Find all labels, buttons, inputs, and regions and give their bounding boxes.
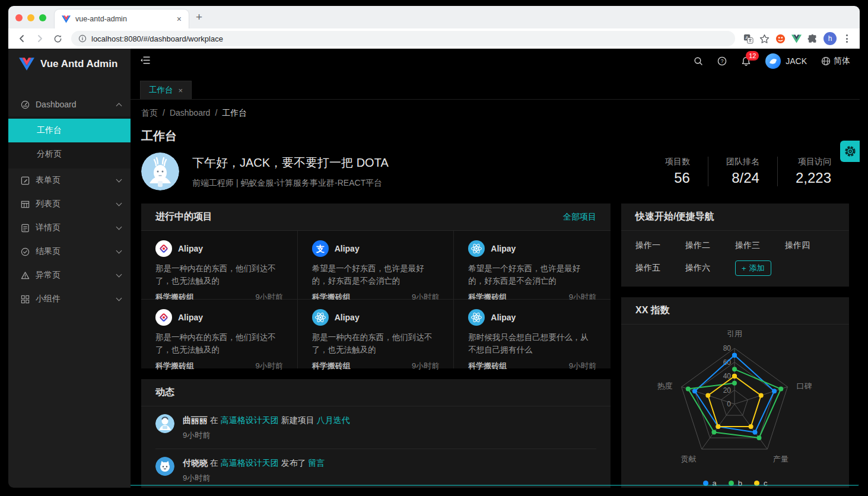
activity-group-link[interactable]: 高逼格设计天团 bbox=[221, 415, 279, 425]
browser-tab[interactable]: vue-antd-admin × bbox=[55, 9, 189, 28]
dashboard-icon bbox=[20, 100, 30, 109]
sidebar-item-list[interactable]: 列表页 bbox=[8, 192, 131, 216]
quicknav-links: 操作一 操作二 操作三 操作四 操作五 操作六 + 添加 bbox=[621, 231, 849, 287]
help-icon[interactable]: ? bbox=[717, 56, 727, 66]
url-text: localhost:8080/#/dashboard/workplace bbox=[91, 34, 223, 43]
quicknav-link-4[interactable]: 操作四 bbox=[785, 240, 835, 251]
user-name: JACK bbox=[786, 56, 807, 66]
chevron-down-icon bbox=[116, 248, 122, 254]
plus-icon: + bbox=[742, 264, 746, 273]
minimize-window-button[interactable] bbox=[27, 14, 34, 21]
notification-bell-icon[interactable]: 12 bbox=[741, 56, 751, 66]
globe-icon bbox=[821, 56, 831, 66]
svg-text:引用: 引用 bbox=[727, 329, 742, 338]
tab-close-icon[interactable]: × bbox=[174, 14, 184, 24]
activity-user-avatar bbox=[155, 457, 174, 476]
projects-grid: Alipay 那是一种内在的东西，他们到达不了，也无法触及的 科学搬砖组9小时前… bbox=[141, 231, 611, 368]
user-avatar bbox=[765, 53, 781, 69]
sidebar-item-widgets[interactable]: 小组件 bbox=[8, 287, 131, 311]
activity-user[interactable]: 付晓晓 bbox=[183, 458, 208, 468]
quicknav-link-1[interactable]: 操作一 bbox=[635, 240, 685, 251]
quicknav-link-6[interactable]: 操作六 bbox=[685, 263, 735, 274]
project-card[interactable]: Alipay 希望是一个好东西，也许是最好的，好东西是不会消亡的 科学搬砖组9小… bbox=[454, 231, 611, 300]
new-tab-button[interactable]: + bbox=[189, 11, 209, 28]
project-card[interactable]: Alipay 那是一种内在的东西，他们到达不了，也无法触及的 科学搬砖组9小时前 bbox=[298, 300, 454, 368]
menu-fold-icon[interactable] bbox=[140, 56, 150, 67]
chevron-up-icon bbox=[116, 103, 122, 109]
legend-item[interactable]: b bbox=[729, 479, 742, 488]
legend-item[interactable]: c bbox=[754, 479, 768, 488]
vue-devtools-icon[interactable] bbox=[791, 34, 802, 43]
macos-traffic-lights[interactable] bbox=[8, 14, 55, 28]
reload-button[interactable] bbox=[50, 31, 65, 46]
bookmark-star-icon[interactable] bbox=[759, 34, 770, 44]
activity-target-link[interactable]: 留言 bbox=[309, 458, 325, 468]
project-group-link[interactable]: 科学搬砖组 bbox=[312, 361, 351, 371]
legend-label: a bbox=[713, 479, 717, 488]
svg-text:80: 80 bbox=[723, 344, 732, 352]
browser-window: vue-antd-admin × + localhost:8080/#/dash… bbox=[8, 6, 860, 488]
tab-close-icon[interactable]: × bbox=[179, 86, 183, 95]
back-button[interactable] bbox=[14, 31, 30, 46]
quicknav-link-3[interactable]: 操作三 bbox=[735, 240, 785, 251]
search-icon[interactable] bbox=[694, 56, 703, 66]
projects-card: 进行中的项目 全部项目 Alipay 那是一种内在的东西，他们到达不了，也无法 bbox=[141, 204, 611, 368]
page-title: 工作台 bbox=[141, 128, 849, 144]
extensions-puzzle-icon[interactable] bbox=[807, 34, 818, 44]
project-card[interactable]: Alipay 那时候我只会想自己想要什么，从不想自己拥有什么 科学搬砖组9小时前 bbox=[454, 300, 611, 368]
breadcrumb-dashboard[interactable]: Dashboard bbox=[170, 108, 211, 119]
dashboard-submenu: 工作台 分析页 bbox=[8, 116, 131, 168]
quicknav-link-5[interactable]: 操作五 bbox=[635, 263, 685, 274]
sidebar-menu: Dashboard 工作台 分析页 表单页 列表页 bbox=[8, 93, 131, 311]
vue-favicon bbox=[62, 15, 71, 23]
project-card[interactable]: Alipay 那是一种内在的东西，他们到达不了，也无法触及的 科学搬砖组9小时前 bbox=[141, 300, 298, 368]
language-switcher[interactable]: 简体 bbox=[821, 56, 850, 66]
sidebar-item-dashboard[interactable]: Dashboard bbox=[8, 93, 131, 116]
tab-workplace[interactable]: 工作台 × bbox=[140, 81, 192, 99]
browser-tab-title: vue-antd-admin bbox=[75, 15, 170, 23]
forward-button[interactable] bbox=[32, 31, 47, 46]
legend-item[interactable]: a bbox=[703, 479, 717, 488]
projects-card-title: 进行中的项目 bbox=[155, 211, 212, 223]
browser-menu-icon[interactable] bbox=[842, 34, 851, 43]
appstore-icon bbox=[20, 295, 30, 304]
sidebar-item-result[interactable]: 结果页 bbox=[8, 240, 131, 263]
breadcrumb-home[interactable]: 首页 bbox=[141, 108, 158, 119]
app-logo[interactable]: Vue Antd Admin bbox=[8, 49, 131, 80]
sidebar-item-form[interactable]: 表单页 bbox=[8, 168, 131, 192]
app-title: Vue Antd Admin bbox=[40, 58, 117, 70]
sidebar-item-workplace[interactable]: 工作台 bbox=[8, 119, 131, 142]
all-projects-link[interactable]: 全部项目 bbox=[563, 212, 596, 222]
project-card[interactable]: 支 Alipay 希望是一个好东西，也许是最好的，好东西是不会消亡的 科学搬砖组… bbox=[298, 231, 454, 300]
sidebar-item-analysis[interactable]: 分析页 bbox=[8, 142, 131, 166]
page-info-icon[interactable] bbox=[78, 34, 87, 43]
chevron-down-icon bbox=[116, 272, 122, 278]
maximize-window-button[interactable] bbox=[39, 14, 46, 21]
browser-profile-avatar[interactable]: h bbox=[824, 32, 837, 45]
notification-badge: 12 bbox=[746, 51, 759, 61]
add-button[interactable]: + 添加 bbox=[735, 260, 771, 276]
bottom-scroll-indicator bbox=[131, 485, 860, 486]
extension-orange-icon[interactable] bbox=[775, 34, 786, 44]
user-menu[interactable]: JACK bbox=[765, 53, 807, 69]
close-window-button[interactable] bbox=[15, 14, 23, 21]
sidebar-item-detail[interactable]: 详情页 bbox=[8, 216, 131, 240]
activity-time: 9小时前 bbox=[183, 430, 350, 441]
project-group-link[interactable]: 科学搬砖组 bbox=[468, 361, 507, 371]
settings-gear-button[interactable] bbox=[840, 141, 860, 162]
quicknav-link-2[interactable]: 操作二 bbox=[685, 240, 735, 251]
translate-icon[interactable]: A bbox=[743, 34, 753, 44]
project-group-link[interactable]: 科学搬砖组 bbox=[155, 361, 194, 371]
address-bar[interactable]: localhost:8080/#/dashboard/workplace bbox=[71, 31, 735, 46]
activity-target-link[interactable]: 八月迭代 bbox=[317, 415, 350, 425]
sidebar-item-exception[interactable]: 异常页 bbox=[8, 263, 131, 287]
antd-logo-icon bbox=[155, 240, 172, 257]
react-logo-icon bbox=[468, 240, 485, 257]
breadcrumb-separator: / bbox=[215, 108, 217, 119]
activity-user[interactable]: 曲丽丽 bbox=[183, 415, 208, 425]
svg-text:产量: 产量 bbox=[773, 454, 788, 463]
activity-group-link[interactable]: 高逼格设计天团 bbox=[221, 458, 279, 468]
project-card[interactable]: Alipay 那是一种内在的东西，他们到达不了，也无法触及的 科学搬砖组9小时前 bbox=[141, 231, 298, 300]
page-tabbar: 工作台 × bbox=[131, 74, 860, 100]
antd-logo-icon bbox=[155, 309, 172, 326]
